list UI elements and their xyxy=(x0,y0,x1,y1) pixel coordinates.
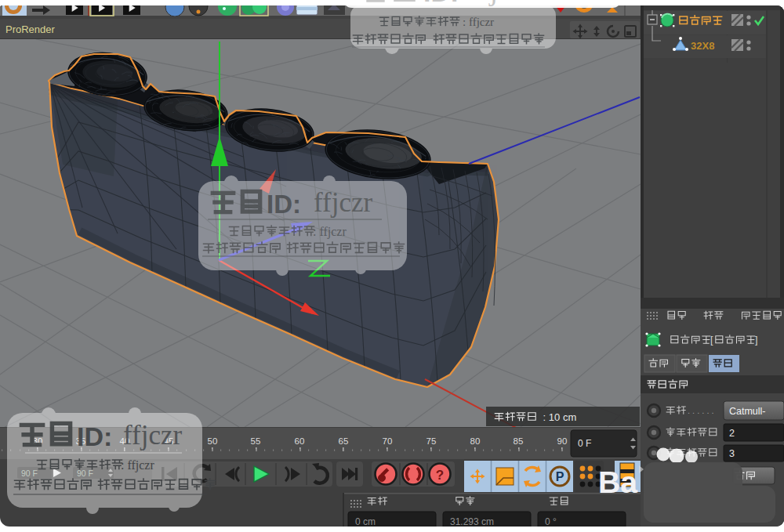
svg-text:55: 55 xyxy=(251,436,261,446)
svg-text:. . . . . .: . . . . . . xyxy=(688,406,714,415)
svg-text:0 F: 0 F xyxy=(578,438,591,449)
svg-text:0 °: 0 ° xyxy=(545,516,557,527)
svg-text:75: 75 xyxy=(426,436,437,446)
svg-text:50: 50 xyxy=(208,436,218,446)
svg-text:32X8: 32X8 xyxy=(691,40,714,52)
svg-text:: 10 cm: : 10 cm xyxy=(540,411,576,423)
svg-text:35: 35 xyxy=(76,436,86,446)
svg-text:[: [ xyxy=(710,335,713,346)
svg-text:31.293 cm: 31.293 cm xyxy=(450,516,494,527)
svg-text:90: 90 xyxy=(557,436,568,446)
svg-text:85: 85 xyxy=(514,436,524,446)
svg-text:0 cm: 0 cm xyxy=(355,516,376,527)
svg-text:90 F: 90 F xyxy=(77,469,93,478)
svg-text:60: 60 xyxy=(295,436,305,446)
svg-text:40: 40 xyxy=(120,436,130,446)
svg-text:Catmull-: Catmull- xyxy=(729,406,766,417)
svg-text:P: P xyxy=(556,470,564,483)
svg-text:65: 65 xyxy=(339,436,349,446)
svg-text:70: 70 xyxy=(383,436,393,446)
svg-text:90 F: 90 F xyxy=(21,469,38,478)
svg-text:?: ? xyxy=(436,468,444,483)
svg-text:30: 30 xyxy=(33,436,43,446)
svg-text:]: ] xyxy=(755,335,757,346)
svg-text:80: 80 xyxy=(470,436,481,446)
svg-text:45: 45 xyxy=(164,436,174,446)
